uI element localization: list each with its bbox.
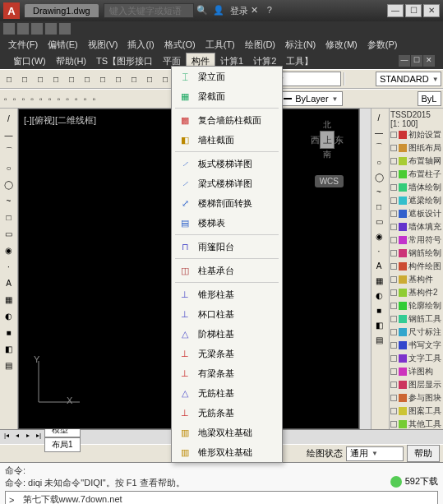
panel-item[interactable]: 文字工具 xyxy=(390,352,442,365)
tool-button[interactable]: — xyxy=(2,127,16,142)
toolbar-button[interactable]: □ xyxy=(2,72,16,86)
bylayer-combo-3[interactable]: ByL xyxy=(418,91,441,106)
mdi-minimize[interactable]: — xyxy=(399,55,410,67)
tool-button[interactable]: ~ xyxy=(371,184,386,199)
toolbar-button[interactable]: □ xyxy=(17,72,32,86)
toolbar-button[interactable]: □ xyxy=(48,72,63,86)
panel-item[interactable]: 轮廓绘制 xyxy=(390,299,442,312)
panel-item[interactable]: 墙体填充 xyxy=(390,220,442,234)
tab-nav-last[interactable]: ▸| xyxy=(34,432,44,443)
toolbar-button[interactable]: □ xyxy=(80,72,95,86)
style-combo[interactable]: STANDARD▼ xyxy=(376,72,441,86)
tab-nav-prev[interactable]: ◂ xyxy=(12,432,22,443)
dropdown-item[interactable]: ⟋板式楼梯详图 xyxy=(172,154,282,173)
draw-state-combo[interactable]: 通用▼ xyxy=(346,446,404,461)
toolbar-button[interactable]: □ xyxy=(33,72,48,86)
toolbar-button[interactable]: ▫ xyxy=(20,91,28,106)
menu-item[interactable]: 修改(M) xyxy=(321,37,362,53)
panel-item[interactable]: 遮梁绘制 xyxy=(390,194,442,207)
dropdown-item[interactable]: ▤楼梯表 xyxy=(172,213,282,233)
tool-button[interactable]: A xyxy=(371,258,386,273)
tab-nav-next[interactable]: ▸ xyxy=(23,432,33,443)
toolbar-button[interactable]: ▫ xyxy=(55,91,63,106)
panel-item[interactable]: 墙体绘制 xyxy=(390,181,442,194)
panel-item[interactable]: 其他工具 xyxy=(390,418,442,429)
tool-button[interactable]: ◯ xyxy=(2,177,16,192)
dropdown-item[interactable]: ⊥无梁条基 xyxy=(172,344,282,363)
view-cube[interactable]: 北 西上东 南 xyxy=(311,119,344,152)
menu-item[interactable]: 文件(F) xyxy=(3,37,43,53)
app-logo[interactable]: A xyxy=(3,2,20,19)
menu-item[interactable]: TS【图形接口 xyxy=(91,53,158,69)
dropdown-item[interactable]: ⌶梁立面 xyxy=(172,67,282,86)
qat-icon[interactable] xyxy=(59,23,71,35)
toolbar-button[interactable]: □ xyxy=(142,72,157,86)
toolbar-button[interactable]: ▫ xyxy=(72,91,81,106)
menu-item[interactable]: 参数(P) xyxy=(362,37,403,53)
tool-button[interactable]: ◉ xyxy=(371,229,386,243)
dropdown-item[interactable]: ⊥无筋条基 xyxy=(172,403,282,423)
tool-button[interactable]: ▤ xyxy=(2,358,16,372)
dropdown-item[interactable]: ⤢楼梯剖面转换 xyxy=(172,193,282,213)
toolbar-button[interactable]: □ xyxy=(95,72,110,86)
tool-button[interactable]: ◉ xyxy=(2,243,16,257)
toolbar-button[interactable]: ▫ xyxy=(37,91,45,106)
panel-item[interactable]: 钢筋绘制 xyxy=(390,247,442,260)
dropdown-item[interactable]: ⊥有梁条基 xyxy=(172,363,282,383)
tool-button[interactable]: ■ xyxy=(371,303,386,317)
dropdown-item[interactable]: ⊓雨篷阳台 xyxy=(172,237,282,257)
command-input-row[interactable]: >_ 第七下载www.7down.net xyxy=(5,491,438,504)
qat-icon[interactable] xyxy=(31,23,43,35)
tool-button[interactable]: ○ xyxy=(2,160,16,175)
maximize-button[interactable]: ☐ xyxy=(405,4,422,17)
login-link[interactable]: 登录 xyxy=(230,5,248,17)
toolbar-button[interactable]: ▫ xyxy=(90,91,99,106)
panel-item[interactable]: 初始设置 xyxy=(390,128,442,141)
panel-item[interactable]: 构件绘图 xyxy=(390,260,442,273)
layout-tab[interactable]: 布局1 xyxy=(44,437,81,452)
minimize-button[interactable]: — xyxy=(387,4,404,17)
panel-item[interactable]: 图层显示 xyxy=(390,378,442,391)
toolbar-button[interactable]: ▫ xyxy=(28,91,36,106)
panel-item[interactable]: 基构件2 xyxy=(390,286,442,299)
command-input-text[interactable]: 第七下载www.7down.net xyxy=(23,493,122,504)
panel-item[interactable]: 图案工具 xyxy=(390,405,442,418)
cube-north[interactable]: 北 xyxy=(311,119,344,131)
tool-button[interactable]: ■ xyxy=(2,325,16,340)
tool-button[interactable]: ◐ xyxy=(371,288,386,303)
tool-button[interactable]: ▤ xyxy=(371,332,386,347)
dropdown-item[interactable]: △阶梯柱基 xyxy=(172,324,282,344)
close-button[interactable]: ✕ xyxy=(423,4,440,17)
tool-button[interactable]: ⌒ xyxy=(2,144,16,159)
toolbar-button[interactable]: □ xyxy=(127,72,141,86)
tool-button[interactable]: · xyxy=(2,259,16,274)
bylayer-combo-2[interactable]: ByLayer▼ xyxy=(279,91,342,106)
tool-button[interactable]: ~ xyxy=(2,193,16,208)
menu-item[interactable]: 标注(N) xyxy=(280,37,321,53)
cube-top[interactable]: 上 xyxy=(320,131,335,149)
cube-east[interactable]: 东 xyxy=(335,134,344,146)
menu-item[interactable]: 绘图(D) xyxy=(240,37,280,53)
file-tab[interactable]: Drawing1.dwg xyxy=(25,4,99,17)
tool-button[interactable]: ◯ xyxy=(371,169,386,184)
cube-west[interactable]: 西 xyxy=(311,134,320,146)
panel-item[interactable]: 遮板设计 xyxy=(390,207,442,220)
panel-item[interactable]: 常用符号 xyxy=(390,234,442,247)
panel-item[interactable]: 参与图块 xyxy=(390,391,442,405)
tool-button[interactable]: ▭ xyxy=(2,226,16,241)
menu-item[interactable]: 格式(O) xyxy=(159,37,201,53)
tool-button[interactable]: ▦ xyxy=(371,273,386,288)
toolbar-button[interactable]: ▫ xyxy=(2,91,10,106)
toolbar-button[interactable]: □ xyxy=(64,72,79,86)
toolbar-button[interactable]: ▫ xyxy=(11,91,19,106)
toolbar-button[interactable]: □ xyxy=(111,72,126,86)
qat-icon[interactable] xyxy=(17,23,29,35)
toolbar-button[interactable]: ▫ xyxy=(63,91,72,106)
viewport-scrollbar[interactable] xyxy=(359,109,371,429)
help-button[interactable]: 帮助 xyxy=(407,445,440,462)
dropdown-item[interactable]: ◧墙柱截面 xyxy=(172,130,282,150)
menu-item[interactable]: 视图(V) xyxy=(83,37,123,53)
search-input[interactable] xyxy=(104,3,194,18)
wcs-badge[interactable]: WCS xyxy=(315,175,344,187)
tool-button[interactable]: / xyxy=(2,111,16,126)
